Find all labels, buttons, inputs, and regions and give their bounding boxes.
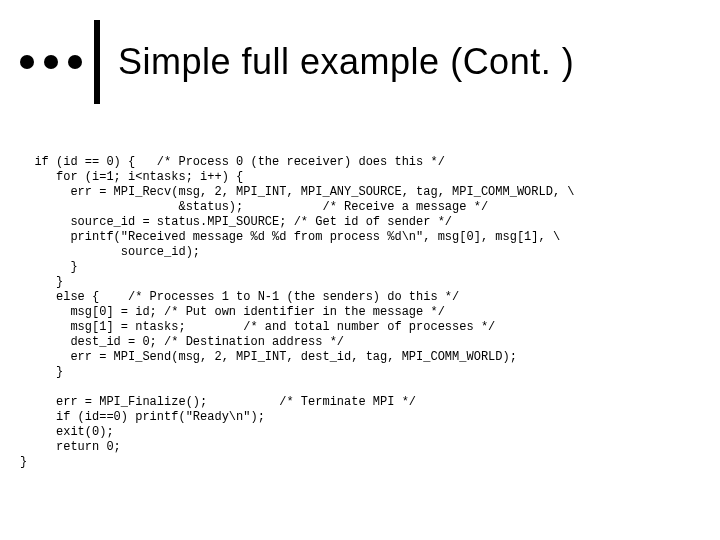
slide: Simple full example (Cont. ) if (id == 0… (0, 0, 720, 540)
slide-title: Simple full example (Cont. ) (118, 41, 574, 83)
title-divider (94, 20, 100, 104)
decorative-dots (20, 55, 82, 69)
dot-icon (44, 55, 58, 69)
title-row: Simple full example (Cont. ) (20, 20, 700, 104)
dot-icon (20, 55, 34, 69)
dot-icon (68, 55, 82, 69)
code-block: if (id == 0) { /* Process 0 (the receive… (20, 155, 700, 470)
